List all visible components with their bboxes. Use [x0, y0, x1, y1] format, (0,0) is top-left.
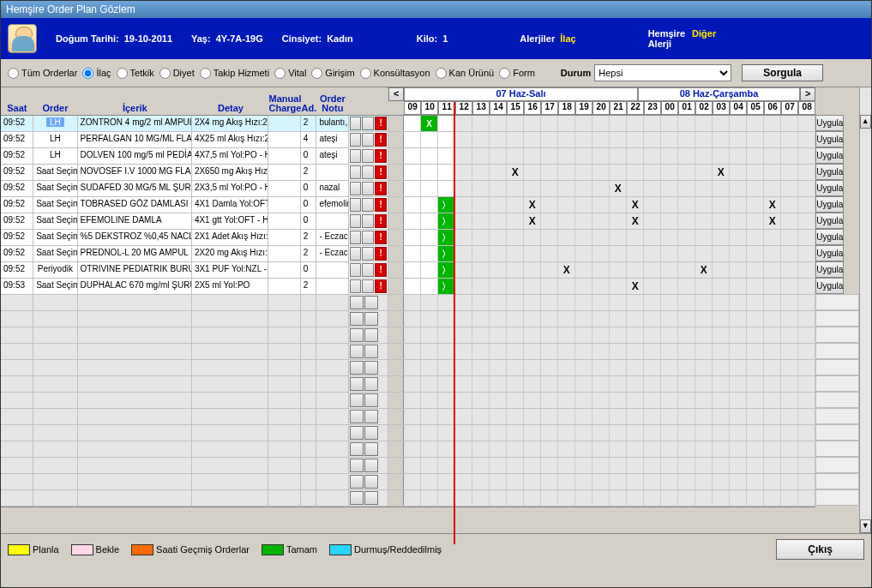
timeline-cell[interactable] [678, 393, 695, 408]
timeline-cell[interactable] [695, 246, 713, 261]
timeline-cell[interactable] [507, 311, 524, 327]
timeline-cell[interactable] [678, 148, 695, 164]
timeline-cell[interactable] [764, 393, 781, 408]
timeline-cell[interactable] [507, 327, 524, 343]
timeline-cell[interactable] [455, 262, 472, 278]
timeline-cell[interactable] [541, 393, 558, 408]
timeline-cell[interactable] [798, 230, 815, 245]
timeline-cell[interactable] [678, 474, 695, 489]
timeline-cell[interactable] [764, 360, 781, 375]
timeline-cell[interactable] [644, 311, 661, 327]
timeline-cell[interactable] [507, 458, 524, 473]
timeline-cell[interactable] [575, 360, 592, 375]
timeline-cell[interactable] [747, 148, 764, 164]
timeline-cell[interactable] [713, 360, 730, 375]
timeline-cell[interactable] [592, 230, 610, 245]
timeline-cell[interactable] [541, 295, 558, 310]
row-btn-1[interactable] [350, 149, 362, 163]
timeline-cell[interactable] [438, 474, 455, 489]
timeline-cell[interactable] [575, 409, 592, 424]
row-btn-1[interactable] [350, 312, 364, 326]
timeline-cell[interactable] [747, 376, 764, 392]
table-row[interactable]: 09:52PeriyodikOTRIVINE PEDIATRIK BURUN S… [1, 262, 388, 279]
timeline-cell[interactable] [472, 311, 490, 327]
table-row[interactable]: 09:53Saat SeçimliDUPHALAC 670 mg/ml ŞURU… [1, 279, 388, 295]
timeline-cell[interactable] [627, 360, 644, 375]
timeline-cell[interactable] [781, 376, 798, 392]
timeline-cell[interactable] [644, 132, 661, 147]
timeline-cell[interactable] [524, 148, 541, 164]
timeline-cell[interactable] [781, 246, 798, 261]
timeline-cell[interactable] [455, 116, 472, 131]
timeline-cell[interactable] [421, 181, 438, 196]
timeline-cell[interactable] [781, 295, 798, 310]
timeline-cell[interactable] [592, 344, 610, 359]
timeline-cell[interactable] [764, 132, 781, 147]
timeline-cell[interactable] [747, 344, 764, 359]
timeline-cell[interactable] [713, 132, 730, 147]
timeline-cell[interactable] [541, 246, 558, 261]
timeline-cell[interactable] [438, 360, 455, 375]
timeline-cell[interactable] [610, 148, 627, 164]
row-btn-1[interactable] [350, 491, 364, 505]
timeline-cell[interactable] [490, 262, 507, 278]
timeline-cell[interactable]: 〉 [438, 279, 455, 294]
timeline-cell[interactable] [695, 441, 713, 457]
timeline-cell[interactable] [678, 409, 695, 424]
timeline-cell[interactable] [575, 376, 592, 392]
row-btn-1[interactable] [350, 459, 364, 472]
filter-radio-takip hizmeti[interactable]: Takip Hizmeti [200, 68, 269, 79]
timeline-cell[interactable] [421, 230, 438, 245]
timeline-cell[interactable] [421, 409, 438, 424]
timeline-cell[interactable] [627, 132, 644, 147]
row-btn-1[interactable] [350, 426, 364, 440]
timeline-cell[interactable] [730, 409, 747, 424]
timeline-cell[interactable] [781, 474, 798, 489]
timeline-cell[interactable] [747, 327, 764, 343]
filter-radio-tüm orderlar[interactable]: Tüm Orderlar [8, 68, 77, 79]
table-row[interactable] [1, 474, 388, 490]
timeline-cell[interactable] [558, 295, 575, 310]
timeline-cell[interactable]: 〉 [438, 213, 455, 229]
timeline-cell[interactable] [747, 409, 764, 424]
timeline-cell[interactable] [438, 132, 455, 147]
timeline-cell[interactable] [678, 441, 695, 457]
timeline-cell[interactable] [747, 116, 764, 131]
timeline-cell[interactable] [558, 246, 575, 261]
timeline-cell[interactable] [592, 474, 610, 489]
timeline-cell[interactable] [404, 262, 421, 278]
timeline-cell[interactable] [507, 441, 524, 457]
timeline-cell[interactable] [575, 474, 592, 489]
timeline-cell[interactable] [798, 376, 815, 392]
timeline-cell[interactable] [490, 181, 507, 196]
timeline-cell[interactable] [404, 230, 421, 245]
timeline-cell[interactable] [592, 197, 610, 213]
timeline-cell[interactable] [421, 213, 438, 229]
row-btn-1[interactable] [350, 377, 364, 391]
timeline-cell[interactable] [592, 490, 610, 506]
timeline-cell[interactable] [575, 441, 592, 457]
row-btn-1[interactable] [350, 263, 362, 277]
row-btn-2[interactable] [364, 410, 378, 423]
timeline-cell[interactable] [781, 181, 798, 196]
timeline-cell[interactable] [524, 344, 541, 359]
timeline-cell[interactable] [490, 490, 507, 506]
row-btn-1[interactable] [350, 231, 362, 244]
timeline-cell[interactable] [592, 148, 610, 164]
timeline-cell[interactable] [713, 474, 730, 489]
timeline-cell[interactable] [610, 165, 627, 180]
row-btn-2[interactable] [362, 149, 374, 163]
timeline-cell[interactable] [678, 132, 695, 147]
timeline-cell[interactable] [764, 230, 781, 245]
row-btn-1[interactable] [350, 328, 364, 342]
timeline-cell[interactable] [627, 376, 644, 392]
timeline-cell[interactable] [661, 132, 678, 147]
timeline-cell[interactable] [558, 376, 575, 392]
timeline-cell[interactable] [592, 360, 610, 375]
timeline-cell[interactable] [610, 474, 627, 489]
timeline-cell[interactable] [575, 327, 592, 343]
timeline-cell[interactable] [627, 116, 644, 131]
timeline-cell[interactable] [404, 474, 421, 489]
timeline-cell[interactable] [421, 490, 438, 506]
timeline-cell[interactable] [541, 148, 558, 164]
